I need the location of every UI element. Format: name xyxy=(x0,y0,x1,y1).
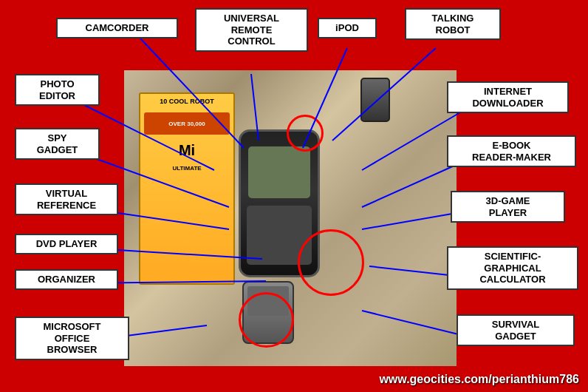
survival-gadget-label: SURVIVALGADGET xyxy=(457,314,575,346)
ipod-label: iPOD xyxy=(318,18,377,38)
organizer-label: ORGANIZER xyxy=(15,269,118,290)
red-circle-2 xyxy=(298,229,364,296)
dvd-player-label: DVD PLAYER xyxy=(15,234,118,254)
talking-robot-label: TALKINGROBOT xyxy=(405,8,501,40)
camcorder-label: CAMCORDER xyxy=(56,18,178,38)
red-circle-1 xyxy=(287,115,324,152)
center-image: 10 COOL ROBOT OVER 30,000 Mi ULTIMATE xyxy=(124,70,457,366)
scientific-calculator-label: SCIENTIFIC-GRAPHICALCALCULATOR xyxy=(447,246,578,290)
internet-downloader-label: INTERNETDOWNLOADER xyxy=(447,81,569,113)
website-label: www.geocities.com/perianthium786 xyxy=(379,373,579,386)
spy-gadget-label: SPYGADGET xyxy=(15,128,100,160)
universal-remote-label: UNIVERSALREMOTECONTROL xyxy=(195,8,308,52)
red-circle-3 xyxy=(239,292,294,348)
ebook-reader-label: E-BOOKREADER-MAKER xyxy=(447,135,576,167)
microsoft-office-label: MICROSOFTOFFICEBROWSER xyxy=(15,317,129,360)
photo-editor-label: PHOTOEDITOR xyxy=(15,74,100,106)
game-player-label: 3D-GAMEPLAYER xyxy=(451,191,565,223)
virtual-reference-label: VIRTUALREFERENCE xyxy=(15,183,118,215)
